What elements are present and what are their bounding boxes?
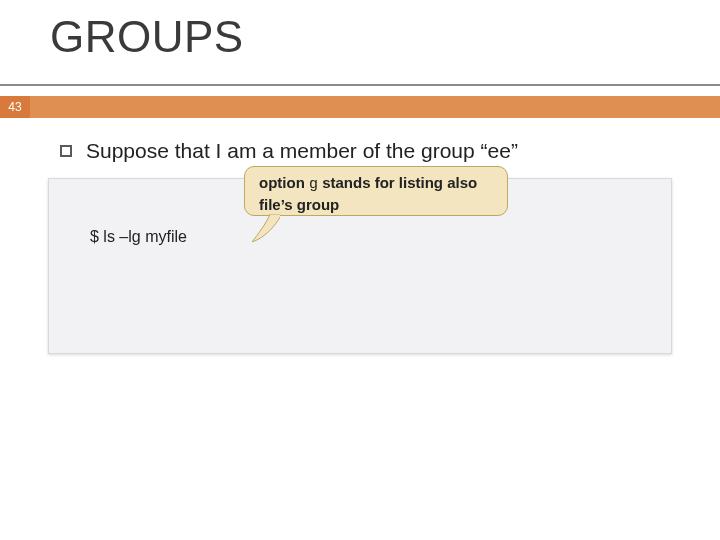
command-text: $ ls –lg myfile bbox=[90, 228, 187, 246]
page-number: 43 bbox=[8, 100, 21, 114]
slide: GROUPS 43 Suppose that I am a member of … bbox=[0, 0, 720, 540]
callout-prefix: option bbox=[259, 174, 309, 191]
callout-option: g bbox=[309, 176, 318, 193]
page-bar bbox=[0, 96, 720, 118]
bullet-text: Suppose that I am a member of the group … bbox=[86, 138, 518, 164]
page-number-box: 43 bbox=[0, 96, 30, 118]
callout-bubble: option g stands for listing also file’s … bbox=[244, 166, 508, 216]
square-bullet-icon bbox=[60, 145, 72, 157]
bullet-row: Suppose that I am a member of the group … bbox=[60, 138, 518, 164]
slide-title: GROUPS bbox=[50, 12, 244, 62]
title-rule bbox=[0, 84, 720, 86]
